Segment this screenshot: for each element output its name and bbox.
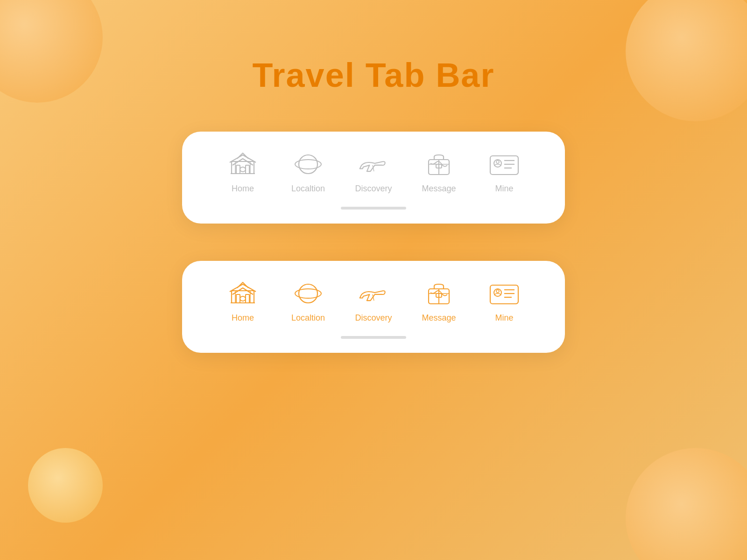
tab-label-message-active: Message bbox=[422, 313, 456, 323]
discovery-icon-active bbox=[357, 280, 390, 308]
tab-label-location-active: Localtion bbox=[291, 313, 325, 323]
tab-item-message-active[interactable]: Message bbox=[406, 280, 472, 323]
tab-item-mine-active[interactable]: Mine bbox=[472, 280, 537, 323]
tab-item-location-active[interactable]: Localtion bbox=[275, 280, 341, 323]
tab-bars-container: Home Localtion bbox=[182, 132, 565, 353]
tab-bar-inactive-row: Home Localtion bbox=[210, 150, 537, 194]
decorative-circle-topright bbox=[626, 0, 747, 121]
page-title: Travel Tab Bar bbox=[253, 56, 495, 94]
svg-rect-2 bbox=[246, 165, 249, 174]
location-icon-active bbox=[292, 280, 324, 308]
decorative-circle-bottomleft bbox=[28, 448, 103, 523]
svg-rect-22 bbox=[246, 294, 249, 303]
tab-item-home-active[interactable]: Home bbox=[210, 280, 275, 323]
message-icon-active bbox=[423, 280, 455, 308]
tab-item-message-inactive[interactable]: Message bbox=[406, 150, 472, 194]
svg-rect-1 bbox=[236, 165, 240, 174]
discovery-icon-inactive bbox=[357, 150, 390, 178]
svg-rect-6 bbox=[240, 167, 246, 172]
svg-point-36 bbox=[496, 290, 499, 293]
tab-label-home-active: Home bbox=[232, 313, 254, 323]
tab-bar-inactive: Home Localtion bbox=[182, 132, 565, 224]
tab-item-discovery-inactive[interactable]: Discovery bbox=[341, 150, 406, 194]
mine-icon-inactive bbox=[488, 150, 521, 178]
tab-label-home-inactive: Home bbox=[232, 184, 254, 194]
scroll-indicator-inactive bbox=[341, 207, 406, 210]
tab-bar-active: Home Localtion bbox=[182, 261, 565, 353]
message-icon-inactive bbox=[423, 150, 455, 178]
tab-label-location-inactive: Localtion bbox=[291, 184, 325, 194]
svg-rect-26 bbox=[240, 296, 246, 301]
tab-label-message-inactive: Message bbox=[422, 184, 456, 194]
decorative-circle-bottomright bbox=[626, 448, 747, 560]
tab-item-location-inactive[interactable]: Localtion bbox=[275, 150, 341, 194]
location-icon-inactive bbox=[292, 150, 324, 178]
tab-item-home-inactive[interactable]: Home bbox=[210, 150, 275, 194]
tab-label-discovery-active: Discovery bbox=[355, 313, 392, 323]
scroll-indicator-active bbox=[341, 336, 406, 339]
tab-item-mine-inactive[interactable]: Mine bbox=[472, 150, 537, 194]
tab-item-discovery-active[interactable]: Discovery bbox=[341, 280, 406, 323]
tab-label-discovery-inactive: Discovery bbox=[355, 184, 392, 194]
svg-rect-21 bbox=[236, 294, 240, 303]
tab-label-mine-inactive: Mine bbox=[495, 184, 513, 194]
mine-icon-active bbox=[488, 280, 521, 308]
svg-point-27 bbox=[299, 284, 317, 303]
svg-point-7 bbox=[299, 155, 317, 174]
svg-point-16 bbox=[496, 161, 499, 163]
tab-bar-active-row: Home Localtion bbox=[210, 280, 537, 323]
home-icon-inactive bbox=[226, 150, 259, 178]
tab-label-mine-active: Mine bbox=[495, 313, 513, 323]
decorative-circle-topleft bbox=[0, 0, 103, 103]
home-icon-active bbox=[226, 280, 259, 308]
